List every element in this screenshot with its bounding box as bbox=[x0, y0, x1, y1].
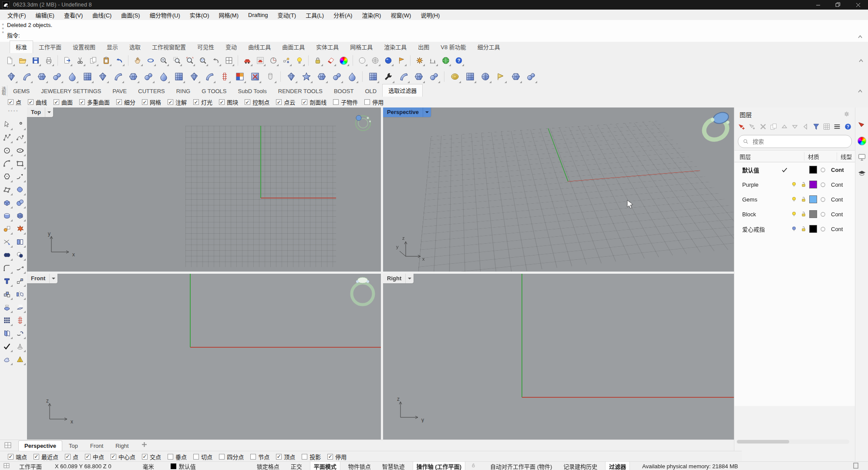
open-file-icon[interactable] bbox=[17, 55, 28, 67]
gem-tilted-icon[interactable] bbox=[4, 70, 18, 84]
viewport-layout-icon[interactable] bbox=[223, 55, 235, 67]
circle-icon[interactable] bbox=[1, 144, 13, 156]
rotate-view-icon[interactable] bbox=[145, 55, 156, 67]
layer-bulb-icon[interactable] bbox=[789, 211, 799, 218]
osnap-checkbox-7[interactable] bbox=[193, 454, 199, 460]
layer-linetype[interactable]: Cont bbox=[831, 226, 855, 232]
torus-icon[interactable] bbox=[1, 210, 13, 222]
polygon-icon[interactable] bbox=[1, 171, 13, 182]
viewport-right-label[interactable]: Right bbox=[383, 274, 414, 283]
layer-row[interactable]: BlockCont bbox=[734, 207, 855, 222]
filter-item-8[interactable]: ✓图块 bbox=[219, 98, 238, 106]
layer-bulb-icon[interactable] bbox=[789, 225, 799, 232]
ribbon-tab-14[interactable]: V8 新功能 bbox=[435, 41, 472, 53]
filter-funnel-icon[interactable] bbox=[811, 121, 821, 132]
osnap-item-6[interactable]: 垂点 bbox=[168, 453, 187, 461]
ring-object-top-view[interactable] bbox=[352, 113, 374, 133]
ring-object-perspective[interactable] bbox=[699, 107, 734, 143]
table-view-icon[interactable] bbox=[822, 121, 831, 132]
extend-curve-icon[interactable] bbox=[14, 262, 26, 274]
menu-item-10[interactable]: 工具(L) bbox=[301, 10, 329, 20]
filter-checkbox-11[interactable]: ✓ bbox=[302, 99, 307, 105]
column-material[interactable]: 材质 bbox=[804, 152, 837, 161]
statusbar-pane-icon[interactable] bbox=[3, 463, 10, 470]
filter-checkbox-1[interactable]: ✓ bbox=[28, 99, 34, 105]
toolbar-overflow-icon[interactable] bbox=[858, 57, 864, 64]
tool-tab-2[interactable]: PAVE bbox=[107, 86, 133, 97]
block-clamp-icon[interactable] bbox=[14, 314, 26, 326]
filter-item-4[interactable]: ✓细分 bbox=[116, 98, 135, 106]
menu-item-1[interactable]: 编辑(E) bbox=[31, 10, 59, 20]
filter-item-12[interactable]: 子物件 bbox=[333, 98, 358, 106]
osnap-checkbox-10[interactable]: ✓ bbox=[276, 454, 282, 460]
osnap-item-1[interactable]: ✓最近点 bbox=[34, 453, 58, 461]
new-sublayer-icon[interactable] bbox=[747, 121, 757, 132]
menu-item-12[interactable]: 渲染(R) bbox=[357, 10, 386, 20]
filter-item-9[interactable]: ✓控制点 bbox=[245, 98, 269, 106]
ball-cluster-icon[interactable] bbox=[427, 70, 441, 84]
menu-item-0[interactable]: 文件(F) bbox=[3, 10, 31, 20]
menu-item-8[interactable]: Drafting bbox=[243, 10, 273, 20]
viewport-front-title[interactable]: Front bbox=[27, 274, 49, 283]
gem-hex-icon[interactable] bbox=[126, 70, 140, 84]
surface-points-icon[interactable] bbox=[1, 184, 13, 195]
osnap-checkbox-3[interactable]: ✓ bbox=[85, 454, 91, 460]
split-icon[interactable] bbox=[14, 236, 26, 248]
command-prompt[interactable]: 指令: bbox=[0, 30, 868, 41]
help-circle-icon[interactable]: ? bbox=[843, 121, 853, 132]
paste-icon[interactable] bbox=[100, 55, 112, 67]
statusbar-toggle-5[interactable]: 操作轴 (工作平面) bbox=[413, 461, 465, 470]
notification-flag-icon[interactable] bbox=[395, 55, 407, 67]
ribbon-tab-13[interactable]: 出图 bbox=[412, 41, 435, 53]
tool-tab-4[interactable]: RING bbox=[171, 86, 196, 97]
text-icon[interactable] bbox=[1, 275, 13, 287]
ellipse-icon[interactable] bbox=[14, 144, 26, 156]
viewport-right[interactable]: Right z y bbox=[383, 274, 734, 440]
offset-icon[interactable] bbox=[1, 327, 13, 339]
gem-faceted-icon[interactable] bbox=[35, 70, 48, 84]
print-icon[interactable] bbox=[43, 55, 54, 67]
layer-linetype[interactable]: Cont bbox=[831, 167, 855, 173]
panel-gear-icon[interactable] bbox=[843, 111, 850, 119]
undo-view-change-icon[interactable] bbox=[210, 55, 222, 67]
drive-car-icon[interactable] bbox=[241, 55, 253, 67]
clamp-red-icon[interactable] bbox=[218, 70, 231, 84]
mesh-globe-icon[interactable] bbox=[478, 70, 492, 84]
statusbar-units[interactable]: 毫米 bbox=[143, 462, 154, 470]
statusbar-cplane[interactable]: 工作平面 bbox=[19, 462, 42, 470]
ribbon-tab-3[interactable]: 显示 bbox=[101, 41, 124, 53]
new-viewport-icon[interactable] bbox=[141, 442, 147, 449]
filter-checkbox-2[interactable]: ✓ bbox=[54, 99, 59, 105]
new-layer-icon[interactable] bbox=[737, 121, 747, 132]
group-icon[interactable] bbox=[1, 288, 13, 300]
viewport-top[interactable]: Top y x bbox=[27, 107, 381, 272]
layer-name[interactable]: Purple bbox=[734, 181, 780, 188]
puzzle-icon[interactable] bbox=[1, 223, 13, 235]
filter-checkbox-12[interactable] bbox=[333, 99, 339, 105]
statusbar-layer[interactable]: 默认值 bbox=[171, 462, 196, 470]
osnap-item-2[interactable]: ✓点 bbox=[65, 453, 78, 461]
layers-hscrollbar[interactable] bbox=[736, 440, 849, 444]
cutter-x-icon[interactable] bbox=[248, 70, 262, 84]
osnap-item-5[interactable]: ✓交点 bbox=[142, 453, 161, 461]
ribbon-tab-4[interactable]: 选取 bbox=[124, 41, 146, 53]
layer-color-swatch[interactable] bbox=[808, 210, 818, 218]
prong-curve-icon[interactable] bbox=[65, 70, 79, 84]
layer-material-icon[interactable] bbox=[818, 181, 828, 188]
move-down-icon[interactable] bbox=[790, 121, 800, 132]
hide-icon[interactable] bbox=[1, 353, 13, 365]
viewport-right-menu-icon[interactable] bbox=[405, 274, 414, 283]
ring-shank-icon[interactable] bbox=[284, 70, 298, 84]
layers-tab-icon[interactable] bbox=[858, 121, 866, 131]
statusbar-toggle-3[interactable]: 物件锁点 bbox=[345, 462, 374, 470]
ribbon-tab-10[interactable]: 实体工具 bbox=[310, 41, 344, 53]
mesh-box-icon[interactable] bbox=[14, 210, 26, 222]
viewport-tab-front[interactable]: Front bbox=[84, 441, 109, 451]
bent-plate-icon[interactable] bbox=[463, 70, 477, 84]
control-point-curve-icon[interactable] bbox=[14, 131, 26, 143]
command-grip[interactable]: ●●● bbox=[2, 23, 4, 34]
surface-patch-icon[interactable] bbox=[14, 184, 26, 195]
layer-name[interactable]: Block bbox=[734, 211, 780, 218]
lightbulb-icon[interactable] bbox=[293, 55, 305, 67]
clipping-plane-icon[interactable] bbox=[325, 55, 336, 67]
